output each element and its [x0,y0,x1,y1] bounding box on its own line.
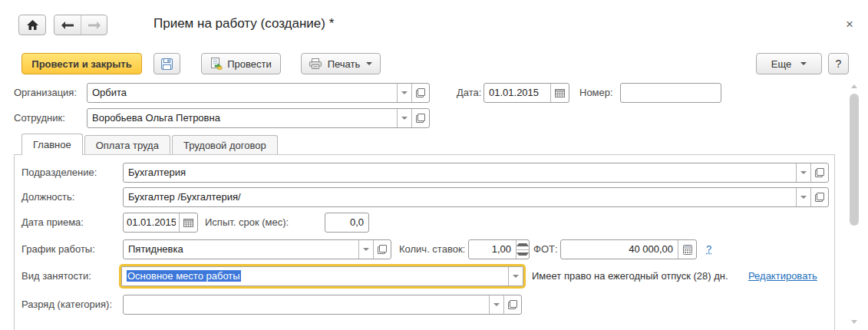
grade-field[interactable] [123,295,522,315]
employee-label: Сотрудник: [14,112,65,124]
fot-input[interactable] [561,240,678,259]
save-icon [161,58,173,70]
arrow-right-icon [88,21,101,29]
organization-field[interactable] [87,83,430,103]
rate-count-field[interactable] [468,239,530,259]
probation-label: Испыт. срок (мес): [205,216,289,229]
schedule-input[interactable] [124,240,358,259]
arrow-left-icon [61,21,74,29]
calendar-icon[interactable] [179,213,197,232]
post-button-label: Провести [227,58,272,70]
spinner-down-icon[interactable] [517,249,529,259]
edit-vacation-link[interactable]: Редактировать [748,270,817,282]
open-icon[interactable] [411,109,429,127]
tab-main[interactable]: Главное [21,134,83,155]
chevron-down-icon[interactable] [397,84,411,102]
print-button[interactable]: Печать [301,53,381,74]
home-button[interactable] [18,15,46,35]
open-icon[interactable] [373,240,391,259]
close-icon[interactable]: × [846,18,853,31]
print-button-label: Печать [328,58,361,70]
open-icon[interactable] [810,163,828,182]
open-icon[interactable] [411,84,429,102]
number-field[interactable] [620,83,721,103]
scroll-up-icon[interactable] [851,84,857,88]
schedule-field[interactable] [123,239,391,259]
save-button[interactable] [153,53,180,74]
help-button[interactable]: ? [828,53,849,74]
chevron-down-icon[interactable] [358,240,373,259]
department-input[interactable] [124,163,796,182]
chevron-down-icon[interactable] [489,295,503,314]
spinner-up-icon[interactable] [517,240,529,249]
schedule-label: График работы: [21,243,95,256]
tab-bar: Главное Оплата труда Трудовой договор [21,134,278,155]
fot-help-link[interactable]: ? [706,243,711,255]
selected-text: Основное место работы [127,270,241,282]
chevron-down-icon [800,62,807,65]
chevron-down-icon[interactable] [508,267,523,285]
date-label: Дата: [457,87,481,99]
home-icon [27,20,38,31]
position-input[interactable] [124,188,796,206]
print-icon [309,58,322,69]
grade-input[interactable] [124,295,489,314]
tab-contract[interactable]: Трудовой договор [172,135,278,155]
chevron-down-icon [366,62,372,65]
back-button[interactable] [54,15,81,35]
post-document-icon [210,58,223,70]
number-input[interactable] [621,84,721,102]
chevron-down-icon[interactable] [397,109,411,127]
employee-input[interactable] [87,109,397,127]
number-label: Номер: [579,87,613,99]
employment-type-label: Вид занятости: [21,270,91,282]
position-label: Должность: [21,191,74,203]
rate-count-input[interactable] [469,240,516,259]
employment-type-field[interactable]: Основное место работы [121,266,523,286]
fot-field[interactable] [560,239,697,259]
page-title: Прием на работу (создание) * [153,16,334,31]
rate-count-label: Колич. ставок: [399,243,465,256]
open-icon[interactable] [503,295,521,314]
probation-field[interactable] [325,213,369,233]
employee-field[interactable] [87,108,430,128]
department-label: Подразделение: [21,167,97,179]
scrollbar-thumb[interactable] [850,94,859,226]
date-field[interactable] [484,83,569,103]
department-field[interactable] [123,163,829,183]
probation-input[interactable] [325,213,368,232]
chevron-down-icon[interactable] [796,188,810,206]
vacation-note: Имеет право на ежегодный отпуск (28) дн. [532,270,728,282]
open-icon[interactable] [810,188,828,206]
grade-label: Разряд (категория): [21,299,112,311]
scroll-down-icon[interactable] [851,320,857,324]
organization-input[interactable] [87,84,397,102]
spinner-control [516,240,529,259]
employment-form-window: Прием на работу (создание) * × Провести … [0,0,868,330]
employment-type-focus-ring: Основное место работы [119,264,526,289]
calendar-icon[interactable] [550,84,569,102]
more-button[interactable]: Еще [756,53,822,74]
post-button[interactable]: Провести [201,53,281,74]
forward-button[interactable] [81,15,107,35]
hire-date-input[interactable] [124,213,179,232]
chevron-down-icon[interactable] [796,163,810,182]
tab-pay[interactable]: Оплата труда [84,135,170,155]
post-and-close-button[interactable]: Провести и закрыть [21,53,142,74]
history-nav-group [54,15,107,35]
more-button-label: Еще [771,58,791,70]
calculator-icon[interactable] [678,240,696,259]
date-input[interactable] [484,84,550,102]
hire-date-label: Дата приема: [21,216,84,229]
fot-label: ФОТ: [533,243,558,256]
employment-type-value[interactable]: Основное место работы [122,267,508,285]
hire-date-field[interactable] [123,213,198,233]
organization-label: Организация: [14,87,77,99]
position-field[interactable] [123,187,829,207]
vertical-scrollbar[interactable] [847,81,861,327]
